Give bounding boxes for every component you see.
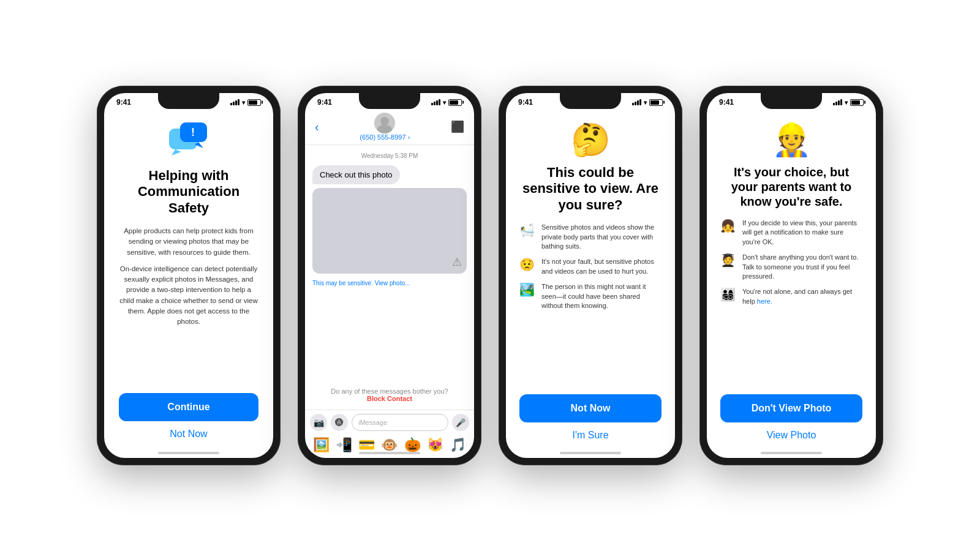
phone4-top: 👷 👷 It's your choice, but your parents w…: [720, 121, 862, 306]
home-indicator-3: [560, 452, 621, 454]
thinking-emoji: 🤔: [571, 121, 611, 159]
camera-button[interactable]: 📷: [310, 414, 327, 431]
block-contact-link[interactable]: Block Contact: [367, 395, 412, 402]
messages-area: Wednesday 5:38 PM Check out this photo ⚠…: [305, 145, 474, 410]
wifi-icon-3: ▾: [644, 99, 647, 106]
input-row: 📷 🅐 iMessage 🎤: [310, 414, 469, 431]
photos-emoji[interactable]: 🖼️: [313, 437, 330, 453]
phone4-title: It's your choice, but your parents want …: [720, 165, 862, 209]
wifi-icon-2: ▾: [443, 99, 446, 106]
messages-header: ‹ (650) 555-8997 › ⬛: [305, 109, 474, 145]
memoji-1[interactable]: 🐵: [381, 437, 398, 453]
phone-4-screen: 9:41 ▾ 👷 👷 It's your choice, but yo: [707, 93, 876, 458]
wifi-icon-4: ▾: [845, 99, 848, 106]
status-icons-2: ▾: [431, 99, 462, 106]
info-text-3: The person in this might not want it see…: [541, 282, 662, 310]
info-text-4-3: You're not alone, and can always get hel…: [742, 287, 862, 306]
view-photo-button[interactable]: View Photo: [767, 430, 816, 441]
phone1-content: ! Helping withCommunicationSafety Apple …: [104, 109, 273, 458]
dont-view-button[interactable]: Don't View Photo: [720, 394, 862, 422]
phone1-title: Helping withCommunicationSafety: [138, 168, 239, 216]
signal-bars-2: [431, 99, 440, 105]
back-button[interactable]: ‹: [315, 120, 319, 134]
not-now-button-1[interactable]: Not Now: [170, 429, 207, 440]
message-timestamp: Wednesday 5:38 PM: [312, 152, 467, 159]
video-call-icon[interactable]: ⬛: [451, 120, 464, 133]
battery-icon-4: [850, 99, 864, 106]
phone3-content: 🤔 This could be sensitive to view. Are y…: [506, 109, 675, 458]
notch-3: [560, 93, 621, 109]
status-time-4: 9:41: [719, 98, 734, 107]
pay-emoji[interactable]: 💳: [358, 437, 375, 453]
phone3-title: This could be sensitive to view. Are you…: [519, 165, 662, 213]
phone-4: 9:41 ▾ 👷 👷 It's your choice, but yo: [699, 86, 883, 465]
phone-1-screen: 9:41 ▾: [104, 93, 273, 458]
phone1-bottom: Continue Not Now: [119, 393, 258, 440]
message-bubble: Check out this photo: [312, 165, 400, 184]
phone1-desc: Apple products can help protect kids fro…: [119, 226, 258, 327]
not-now-button-3[interactable]: Not Now: [519, 394, 662, 422]
messages-input-area: 📷 🅐 iMessage 🎤 🖼️ 📲 💳 🐵 🎃 😻: [305, 410, 474, 458]
phone4-bottom: Don't View Photo View Photo: [720, 394, 862, 441]
bathing-emoji: 🛀: [519, 223, 535, 238]
phone-3: 9:41 ▾ 🤔 This could be sensitive to view…: [499, 86, 682, 465]
music-emoji[interactable]: 🎵: [450, 437, 466, 453]
apps-emoji[interactable]: 📲: [336, 437, 352, 453]
phone3-bottom: Not Now I'm Sure: [519, 394, 662, 441]
bother-text: Do any of these messages bother you? Blo…: [312, 388, 467, 402]
info-text-2: It's not your fault, but sensitive photo…: [541, 257, 662, 276]
contact-info: (650) 555-8997 ›: [360, 113, 410, 141]
svg-point-4: [377, 125, 392, 133]
phones-container: 9:41 ▾: [60, 67, 920, 484]
phone-2-screen: 9:41 ▾ ‹: [305, 93, 474, 458]
status-time-3: 9:41: [518, 98, 533, 107]
phone3-top: 🤔 This could be sensitive to view. Are y…: [519, 121, 662, 310]
photo-emoji: 🏞️: [519, 282, 535, 297]
view-photo-link[interactable]: View photo...: [375, 280, 410, 287]
help-link[interactable]: here.: [757, 298, 772, 305]
notch-2: [359, 93, 420, 109]
photo-placeholder: ⚠: [312, 188, 467, 274]
apps-button[interactable]: 🅐: [331, 414, 348, 431]
phone-1: 9:41 ▾: [97, 86, 281, 465]
status-icons-4: ▾: [833, 99, 864, 106]
safety-emoji: 👷: [772, 121, 812, 159]
phone1-top: ! Helping withCommunicationSafety Apple …: [119, 121, 258, 327]
home-indicator-2: [359, 452, 420, 454]
continue-button[interactable]: Continue: [119, 393, 258, 421]
home-indicator-4: [761, 452, 822, 454]
status-time-1: 9:41: [116, 98, 131, 107]
battery-icon-1: [247, 99, 261, 106]
battery-icon-2: [448, 99, 462, 106]
family-emoji: 👨‍👩‍👧‍👦: [720, 287, 736, 302]
info-item-4-3: 👨‍👩‍👧‍👦 You're not alone, and can always…: [720, 287, 862, 306]
info-item-4-2: 🧑‍🎓 Don't share anything you don't want …: [720, 253, 862, 281]
contact-name[interactable]: (650) 555-8997 ›: [360, 133, 410, 141]
signal-bars-3: [632, 99, 641, 105]
phone-3-screen: 9:41 ▾ 🤔 This could be sensitive to view…: [506, 93, 675, 458]
notch-1: [158, 93, 219, 109]
home-indicator-1: [158, 452, 219, 454]
phone4-content: 👷 👷 It's your choice, but your parents w…: [707, 109, 876, 458]
mic-button[interactable]: 🎤: [452, 414, 469, 431]
memoji-3[interactable]: 😻: [427, 437, 443, 453]
status-icons-1: ▾: [230, 99, 261, 106]
status-icons-3: ▾: [632, 99, 663, 106]
sensitive-label: This may be sensitive. View photo...: [312, 280, 467, 287]
warning-icon: ⚠: [452, 255, 462, 269]
worried-emoji: 😟: [519, 257, 535, 272]
info-item-4-1: 👧 If you decide to view this, your paren…: [720, 219, 862, 247]
info-text-1: Sensitive photos and videos show the pri…: [541, 223, 662, 251]
student-emoji: 🧑‍🎓: [720, 253, 736, 268]
im-sure-button[interactable]: I'm Sure: [572, 430, 608, 441]
svg-point-3: [380, 117, 389, 126]
imessage-input[interactable]: iMessage: [352, 414, 448, 431]
info-item-1: 🛀 Sensitive photos and videos show the p…: [519, 223, 662, 251]
signal-bars-1: [230, 99, 239, 105]
memoji-2[interactable]: 🎃: [404, 437, 421, 453]
phone4-info-list: 👧 If you decide to view this, your paren…: [720, 219, 862, 306]
notch-4: [761, 93, 822, 109]
signal-bars-4: [833, 99, 842, 105]
status-time-2: 9:41: [317, 98, 332, 107]
info-item-2: 😟 It's not your fault, but sensitive pho…: [519, 257, 662, 276]
